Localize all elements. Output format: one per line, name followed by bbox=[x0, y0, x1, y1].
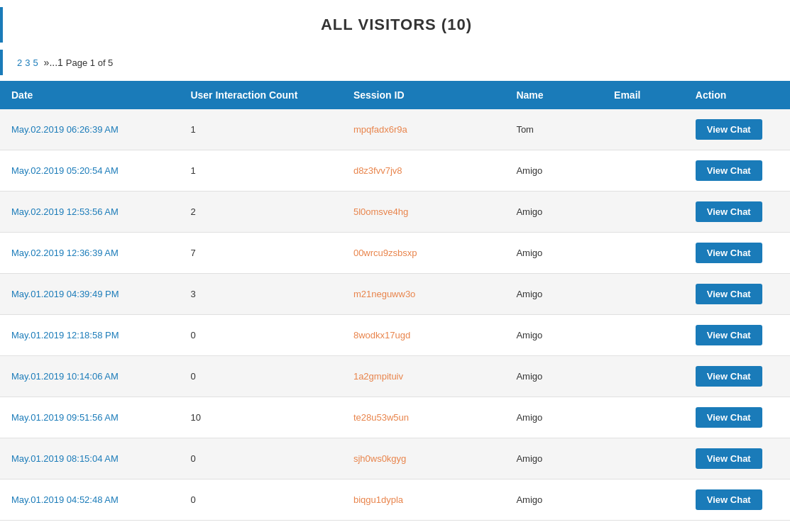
pagination-ellipsis: »...1 bbox=[41, 57, 63, 68]
view-chat-button[interactable]: View Chat bbox=[696, 407, 762, 428]
interaction-count: 0 bbox=[179, 315, 341, 356]
date-link[interactable]: May.02.2019 12:36:39 AM bbox=[11, 248, 119, 258]
table-row: May.01.2019 12:18:58 PM08wodkx17ugdAmigo… bbox=[0, 315, 790, 356]
interaction-count: 2 bbox=[179, 192, 341, 233]
table-row: May.02.2019 05:20:54 AM1d8z3fvv7jv8Amigo… bbox=[0, 150, 790, 192]
table-row: May.01.2019 09:51:56 AM10te28u53w5unAmig… bbox=[0, 397, 790, 438]
session-id: 1a2gmpituiv bbox=[353, 371, 403, 382]
table-row: May.02.2019 12:53:56 AM25l0omsve4hgAmigo… bbox=[0, 192, 790, 233]
col-header-interaction: User Interaction Count bbox=[179, 81, 341, 109]
visitor-email bbox=[603, 274, 684, 315]
interaction-count: 1 bbox=[179, 150, 341, 192]
session-id: sjh0ws0kgyg bbox=[353, 453, 406, 464]
view-chat-button[interactable]: View Chat bbox=[696, 284, 762, 304]
visitor-name: Amigo bbox=[505, 233, 603, 274]
interaction-count: 10 bbox=[179, 397, 341, 438]
visitor-email bbox=[603, 356, 684, 397]
session-id: te28u53w5un bbox=[353, 412, 409, 423]
visitor-email bbox=[603, 109, 684, 150]
view-chat-button[interactable]: View Chat bbox=[696, 366, 762, 387]
pagination-section: 2 3 5 »...1 Page 1 of 5 bbox=[0, 50, 790, 75]
visitors-table: Date User Interaction Count Session ID N… bbox=[0, 81, 790, 521]
date-link[interactable]: May.02.2019 06:26:39 AM bbox=[11, 124, 119, 135]
interaction-count: 0 bbox=[179, 438, 341, 480]
interaction-count: 0 bbox=[179, 480, 341, 521]
view-chat-button[interactable]: View Chat bbox=[696, 201, 762, 222]
view-chat-button[interactable]: View Chat bbox=[696, 243, 762, 263]
page-title: ALL VISITORS (10) bbox=[17, 16, 776, 34]
visitor-email bbox=[603, 315, 684, 356]
visitor-name: Amigo bbox=[505, 356, 603, 397]
table-row: May.01.2019 04:52:48 AM0biqgu1dyplaAmigo… bbox=[0, 480, 790, 521]
col-header-action: Action bbox=[684, 81, 790, 109]
date-link[interactable]: May.01.2019 04:52:48 AM bbox=[11, 494, 119, 505]
session-id: 00wrcu9zsbsxp bbox=[353, 248, 417, 258]
visitor-name: Amigo bbox=[505, 315, 603, 356]
visitor-email bbox=[603, 397, 684, 438]
page-3-link[interactable]: 3 bbox=[25, 57, 30, 68]
visitor-name: Amigo bbox=[505, 274, 603, 315]
visitor-name: Amigo bbox=[505, 397, 603, 438]
visitor-email bbox=[603, 150, 684, 192]
page-info: Page 1 of 5 bbox=[66, 57, 114, 68]
date-link[interactable]: May.01.2019 12:18:58 PM bbox=[11, 330, 119, 340]
date-link[interactable]: May.01.2019 04:39:49 PM bbox=[11, 289, 119, 299]
col-header-session: Session ID bbox=[342, 81, 505, 109]
session-id: 5l0omsve4hg bbox=[353, 206, 408, 217]
visitor-name: Amigo bbox=[505, 150, 603, 192]
visitor-name: Amigo bbox=[505, 480, 603, 521]
table-row: May.02.2019 06:26:39 AM1mpqfadx6r9aTomVi… bbox=[0, 109, 790, 150]
session-id: 8wodkx17ugd bbox=[353, 330, 410, 340]
visitor-name: Tom bbox=[505, 109, 603, 150]
session-id: d8z3fvv7jv8 bbox=[353, 165, 402, 176]
session-id: m21neguww3o bbox=[353, 289, 415, 299]
session-id: biqgu1dypla bbox=[353, 494, 403, 505]
visitor-email bbox=[603, 438, 684, 480]
visitor-email bbox=[603, 233, 684, 274]
date-link[interactable]: May.01.2019 08:15:04 AM bbox=[11, 453, 119, 464]
table-header-row: Date User Interaction Count Session ID N… bbox=[0, 81, 790, 109]
visitor-email bbox=[603, 480, 684, 521]
view-chat-button[interactable]: View Chat bbox=[696, 119, 762, 140]
interaction-count: 1 bbox=[179, 109, 341, 150]
session-id: mpqfadx6r9a bbox=[353, 124, 407, 135]
table-row: May.01.2019 04:39:49 PM3m21neguww3oAmigo… bbox=[0, 274, 790, 315]
table-row: May.01.2019 10:14:06 AM01a2gmpituivAmigo… bbox=[0, 356, 790, 397]
view-chat-button[interactable]: View Chat bbox=[696, 448, 762, 469]
date-link[interactable]: May.01.2019 10:14:06 AM bbox=[11, 371, 119, 382]
page-5-link[interactable]: 5 bbox=[33, 57, 38, 68]
col-header-date: Date bbox=[0, 81, 179, 109]
visitor-name: Amigo bbox=[505, 192, 603, 233]
visitor-email bbox=[603, 192, 684, 233]
view-chat-button[interactable]: View Chat bbox=[696, 325, 762, 345]
interaction-count: 3 bbox=[179, 274, 341, 315]
view-chat-button[interactable]: View Chat bbox=[696, 160, 762, 181]
page-2-link[interactable]: 2 bbox=[17, 57, 22, 68]
interaction-count: 7 bbox=[179, 233, 341, 274]
table-row: May.01.2019 08:15:04 AM0sjh0ws0kgygAmigo… bbox=[0, 438, 790, 480]
date-link[interactable]: May.02.2019 05:20:54 AM bbox=[11, 165, 119, 176]
visitor-name: Amigo bbox=[505, 438, 603, 480]
date-link[interactable]: May.01.2019 09:51:56 AM bbox=[11, 412, 119, 423]
table-row: May.02.2019 12:36:39 AM700wrcu9zsbsxpAmi… bbox=[0, 233, 790, 274]
col-header-email: Email bbox=[603, 81, 684, 109]
col-header-name: Name bbox=[505, 81, 603, 109]
header-section: ALL VISITORS (10) bbox=[0, 7, 790, 43]
date-link[interactable]: May.02.2019 12:53:56 AM bbox=[11, 206, 119, 217]
interaction-count: 0 bbox=[179, 356, 341, 397]
view-chat-button[interactable]: View Chat bbox=[696, 489, 762, 510]
